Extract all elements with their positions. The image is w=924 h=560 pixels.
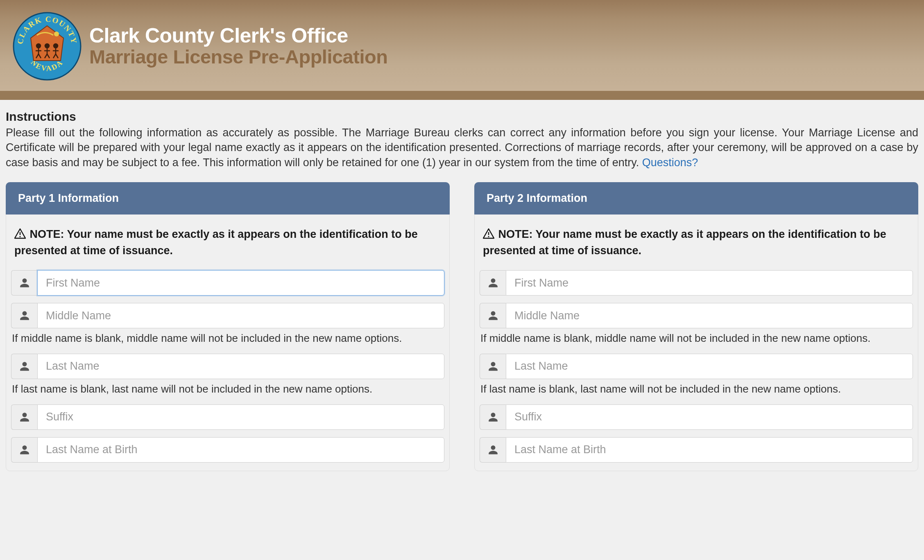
- panels-row: Party 1 Information NOTE: Your name must…: [6, 170, 918, 471]
- party2-note-body: Your name must be exactly as it appears …: [483, 228, 886, 256]
- party2-middle-name-group: [480, 303, 913, 328]
- party1-note: NOTE: Your name must be exactly as it ap…: [11, 227, 444, 258]
- party1-suffix-input[interactable]: [37, 404, 444, 430]
- party2-panel: Party 2 Information NOTE: Your name must…: [474, 182, 918, 471]
- person-icon: [11, 303, 37, 328]
- party1-panel: Party 1 Information NOTE: Your name must…: [6, 182, 450, 471]
- questions-link[interactable]: Questions?: [642, 156, 698, 169]
- county-seal-icon: CLARK COUNTY NEVADA: [12, 11, 82, 81]
- person-icon: [480, 354, 506, 379]
- instructions-body: Please fill out the following informatio…: [6, 126, 918, 169]
- page-subtitle: Marriage License Pre-Application: [89, 46, 387, 68]
- person-icon: [480, 303, 506, 328]
- svg-point-18: [54, 32, 59, 36]
- warning-icon: [483, 228, 494, 243]
- party1-first-name-input[interactable]: [37, 270, 444, 296]
- instructions-block: Instructions Please fill out the followi…: [6, 110, 918, 170]
- svg-point-22: [488, 236, 489, 237]
- party1-middle-name-input[interactable]: [37, 303, 444, 328]
- person-icon: [480, 437, 506, 463]
- party1-body: NOTE: Your name must be exactly as it ap…: [6, 215, 449, 470]
- person-icon: [11, 270, 37, 296]
- party1-header: Party 1 Information: [6, 182, 450, 215]
- party2-last-name-birth-input[interactable]: [506, 437, 913, 463]
- party2-note-label: NOTE:: [498, 228, 533, 240]
- party2-first-name-input[interactable]: [506, 270, 913, 296]
- party2-middle-help: If middle name is blank, middle name wil…: [480, 332, 913, 345]
- svg-point-13: [54, 44, 58, 48]
- person-icon: [480, 270, 506, 296]
- page-header: CLARK COUNTY NEVADA: [0, 0, 924, 91]
- person-icon: [480, 404, 506, 430]
- party2-header: Party 2 Information: [474, 182, 918, 215]
- party2-first-name-group: [480, 270, 913, 296]
- party2-middle-name-input[interactable]: [506, 303, 913, 328]
- svg-point-8: [45, 44, 49, 48]
- instructions-text: Please fill out the following informatio…: [6, 125, 918, 170]
- warning-icon: [14, 228, 26, 243]
- party1-last-help: If last name is blank, last name will no…: [12, 382, 444, 396]
- person-icon: [11, 354, 37, 379]
- header-titles: Clark County Clerk's Office Marriage Lic…: [89, 25, 387, 68]
- page-title: Clark County Clerk's Office: [89, 25, 387, 47]
- party1-last-name-birth-group: [11, 437, 444, 463]
- party2-last-name-birth-group: [480, 437, 913, 463]
- party1-last-name-birth-input[interactable]: [37, 437, 444, 463]
- party1-note-body: Your name must be exactly as it appears …: [14, 228, 418, 256]
- svg-point-20: [19, 236, 20, 237]
- party2-last-name-group: [480, 354, 913, 379]
- header-accent-strip: [0, 91, 924, 100]
- party1-middle-name-group: [11, 303, 444, 328]
- main-content: Instructions Please fill out the followi…: [0, 100, 924, 475]
- party2-body: NOTE: Your name must be exactly as it ap…: [475, 215, 918, 470]
- party2-last-help: If last name is blank, last name will no…: [480, 382, 913, 396]
- person-icon: [11, 404, 37, 430]
- party1-last-name-input[interactable]: [37, 354, 444, 379]
- party1-last-name-group: [11, 354, 444, 379]
- party1-suffix-group: [11, 404, 444, 430]
- instructions-heading: Instructions: [6, 110, 918, 124]
- party1-middle-help: If middle name is blank, middle name wil…: [12, 332, 444, 345]
- person-icon: [11, 437, 37, 463]
- party2-suffix-input[interactable]: [506, 404, 913, 430]
- party2-note: NOTE: Your name must be exactly as it ap…: [480, 227, 913, 258]
- party2-suffix-group: [480, 404, 913, 430]
- party1-note-label: NOTE:: [30, 228, 64, 240]
- party1-first-name-group: [11, 270, 444, 296]
- svg-point-3: [36, 44, 41, 48]
- party2-last-name-input[interactable]: [506, 354, 913, 379]
